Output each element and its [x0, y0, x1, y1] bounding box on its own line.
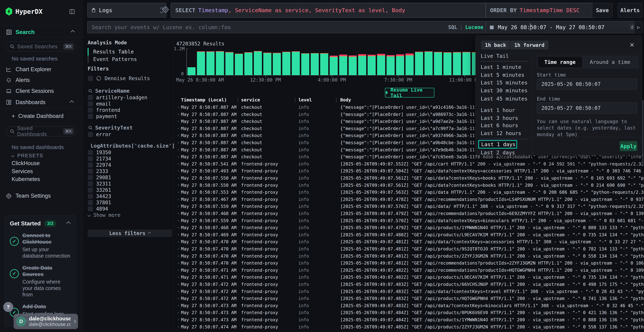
sidebar-item-search[interactable]: Search — [6, 27, 78, 37]
denoise-results-filter[interactable]: Denoise Results — [88, 74, 168, 83]
table-row[interactable]: ›May 27 8:50:07.493 AMfrontend-proxyinfo… — [176, 167, 644, 174]
histogram-bar[interactable] — [349, 56, 357, 75]
row-expand-chevron-icon[interactable]: › — [177, 317, 180, 322]
lucene-mode-toggle[interactable]: Lucene — [465, 24, 483, 30]
histogram-bar[interactable] — [434, 52, 442, 75]
tab-around-a-time[interactable]: Around a time — [582, 57, 638, 68]
table-row[interactable]: ›May 27 8:50:07.473 AMfrontend-proxyinfo… — [176, 316, 644, 323]
sidebar-preset-kubernetes[interactable]: Kubernetes — [12, 176, 40, 183]
histogram-bar[interactable] — [415, 52, 423, 75]
table-row[interactable]: ›May 27 8:50:07.471 AMfrontend-proxyinfo… — [176, 273, 644, 280]
filter-option[interactable]: frontend — [88, 107, 168, 113]
row-expand-chevron-icon[interactable]: › — [177, 282, 180, 286]
table-row[interactable]: ›May 27 8:50:07.471 AMfrontend-proxyinfo… — [176, 266, 644, 274]
select-query-input[interactable]: SELECT Timestamp , ServiceName as servic… — [171, 3, 488, 18]
filter-option[interactable]: email — [88, 101, 168, 107]
histogram-bar[interactable] — [292, 51, 300, 75]
filter-option[interactable]: payment — [88, 113, 168, 120]
filter-option[interactable]: 37801 — [88, 200, 168, 206]
histogram-bar[interactable] — [386, 55, 395, 75]
scrollbar[interactable] — [642, 100, 644, 166]
table-row[interactable]: ›May 27 8:50:07.469 AMfrontend-proxyinfo… — [176, 231, 644, 238]
column-header-service[interactable]: service — [241, 97, 260, 102]
sidebar-item-team-settings[interactable]: Team Settings — [6, 192, 51, 200]
logo[interactable]: HyperDX — [5, 7, 42, 16]
row-expand-chevron-icon[interactable]: › — [177, 289, 180, 294]
table-row[interactable]: ›May 27 8:50:07.470 AMfrontend-proxyinfo… — [176, 238, 644, 245]
time-preset-last-1-minute[interactable]: Last 1 minute — [476, 64, 531, 71]
less-filters-button[interactable]: Less filters — [88, 230, 172, 237]
filter-option[interactable]: 33261 — [88, 187, 168, 193]
user-account-chip[interactable]: D dale@clickhouse.com dale@clickhouse.co… — [14, 314, 78, 329]
table-row[interactable]: ›May 27 8:50:07.470 AMfrontend-proxyinfo… — [176, 245, 644, 252]
histogram-bar[interactable] — [462, 52, 470, 75]
histogram-bar[interactable] — [311, 53, 319, 75]
time-preset-last-3-hours[interactable]: Last 3 hours — [476, 114, 531, 122]
histogram-bar[interactable] — [216, 51, 224, 75]
histogram-bar[interactable] — [424, 51, 432, 75]
time-preset-last-12-hours[interactable]: Last 12 hours — [476, 130, 531, 137]
run-query-button[interactable]: ▷ — [634, 21, 643, 33]
row-expand-chevron-icon[interactable]: › — [177, 239, 180, 244]
histogram-bar[interactable] — [330, 56, 338, 75]
checkbox[interactable] — [88, 102, 93, 106]
time-preset-last-1-hour[interactable]: Last 1 hour — [476, 106, 531, 114]
time-preset-last-2-days[interactable]: Last 2 days — [476, 149, 531, 156]
filter-option[interactable]: 2333 — [88, 168, 168, 174]
row-expand-chevron-icon[interactable]: › — [177, 105, 180, 109]
show-more-button[interactable]: Show more — [88, 212, 168, 218]
row-expand-chevron-icon[interactable]: › — [177, 225, 180, 230]
histogram-bar[interactable] — [444, 52, 452, 75]
time-preset-last-45-minutes[interactable]: Last 45 minutes — [476, 95, 531, 102]
row-expand-chevron-icon[interactable]: › — [177, 324, 180, 329]
histogram-bar[interactable] — [263, 52, 271, 75]
filter-option[interactable]: 21734 — [88, 156, 168, 162]
presets-section-header[interactable]: PRESETS — [12, 152, 43, 159]
table-row[interactable]: ›May 27 8:50:07.550 AMfrontend-proxyinfo… — [176, 174, 644, 182]
table-row[interactable]: ›May 27 8:50:07.470 AMfrontend-proxyinfo… — [176, 259, 644, 266]
checkbox[interactable] — [88, 194, 93, 199]
table-row[interactable]: ›May 27 8:50:07.553 AMfrontend-proxyinfo… — [176, 188, 644, 196]
resume-live-tail-button[interactable]: Resume Live Tail — [385, 88, 434, 98]
checkbox[interactable] — [88, 169, 93, 174]
time-preset-selected[interactable]: Last 1 days — [478, 140, 517, 149]
row-expand-chevron-icon[interactable]: › — [177, 112, 180, 116]
row-expand-chevron-icon[interactable]: › — [177, 183, 180, 187]
time-preset-last-6-hours[interactable]: Last 6 hours — [476, 122, 531, 129]
sidebar-item-client-sessions[interactable]: Client Sessions — [6, 87, 78, 95]
checkbox[interactable] — [88, 162, 93, 168]
saved-dashboards-input[interactable]: Saved Dashboards ⌘K — [6, 126, 76, 136]
column-header-level[interactable]: level — [298, 97, 312, 102]
column-resize-handle[interactable] — [336, 98, 337, 102]
filter-option[interactable]: 29081 — [88, 174, 168, 181]
checkbox[interactable] — [88, 200, 93, 205]
histogram-bar[interactable] — [453, 52, 461, 75]
checkbox[interactable] — [88, 175, 93, 180]
filter-option[interactable]: artillery-loadgen — [88, 94, 168, 101]
start-time-input[interactable]: 2025-05-26 08:50:07 — [537, 78, 637, 90]
table-row[interactable]: ›May 27 8:50:07.467 AMfrontend-proxyinfo… — [176, 196, 644, 203]
filter-option[interactable]: error — [88, 131, 168, 138]
help-button[interactable]: ? — [3, 302, 13, 312]
row-expand-chevron-icon[interactable]: › — [177, 232, 180, 237]
order-by-input[interactable]: ORDER BY TimestampTime DESC — [486, 3, 593, 18]
histogram-bar[interactable] — [339, 54, 347, 75]
sidebar-item-chart-explorer[interactable]: Chart Explorer — [6, 66, 78, 73]
column-header-timestamp[interactable]: Timestamp (Local) — [181, 97, 227, 102]
lucene-search-input[interactable]: Search your events w/ Lucene ex. column:… — [87, 21, 488, 33]
sql-mode-toggle[interactable]: SQL — [448, 24, 457, 30]
row-expand-chevron-icon[interactable]: › — [177, 275, 180, 279]
row-expand-chevron-icon[interactable]: › — [177, 162, 180, 166]
filter-option[interactable]: 32311 — [88, 181, 168, 187]
row-expand-chevron-icon[interactable]: › — [177, 204, 180, 208]
row-expand-chevron-icon[interactable]: › — [177, 148, 180, 152]
histogram-bar[interactable] — [206, 51, 214, 75]
filter-option[interactable]: 22974 — [88, 162, 168, 168]
histogram-bar[interactable] — [377, 54, 385, 75]
histogram-bar[interactable] — [301, 53, 309, 75]
table-row[interactable]: ›May 27 8:50:07.474 AMfrontend-proxyinfo… — [176, 323, 644, 330]
histogram-bar[interactable] — [273, 53, 281, 75]
histogram-bar[interactable] — [368, 55, 376, 75]
histogram-bar[interactable] — [197, 51, 205, 75]
row-expand-chevron-icon[interactable]: › — [177, 176, 180, 180]
